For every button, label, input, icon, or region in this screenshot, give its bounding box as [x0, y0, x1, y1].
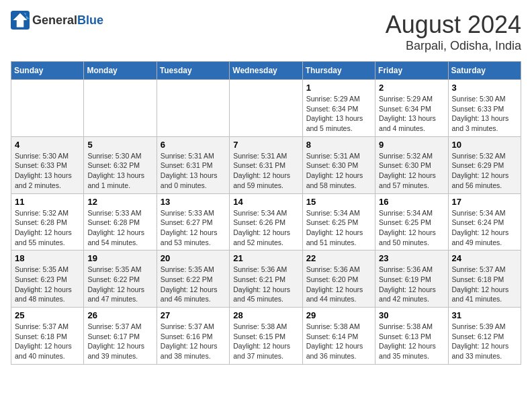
day-info: Sunrise: 5:38 AM Sunset: 6:13 PM Dayligh… — [379, 322, 444, 361]
day-info: Sunrise: 5:31 AM Sunset: 6:30 PM Dayligh… — [306, 151, 371, 191]
day-info: Sunrise: 5:32 AM Sunset: 6:30 PM Dayligh… — [379, 151, 444, 191]
day-info: Sunrise: 5:30 AM Sunset: 6:33 PM Dayligh… — [15, 151, 80, 191]
page-header: GeneralBlue August 2024 Barpali, Odisha,… — [11, 11, 521, 53]
day-cell: 14Sunrise: 5:34 AM Sunset: 6:26 PM Dayli… — [230, 193, 302, 250]
day-info: Sunrise: 5:36 AM Sunset: 6:19 PM Dayligh… — [379, 265, 444, 304]
day-info: Sunrise: 5:37 AM Sunset: 6:16 PM Dayligh… — [161, 322, 226, 361]
day-number: 17 — [452, 197, 517, 207]
day-cell: 4Sunrise: 5:30 AM Sunset: 6:33 PM Daylig… — [11, 136, 84, 193]
day-number: 16 — [379, 197, 444, 207]
day-number: 7 — [233, 140, 298, 150]
day-number: 23 — [379, 253, 444, 263]
calendar-title: August 2024 — [386, 11, 521, 39]
day-info: Sunrise: 5:36 AM Sunset: 6:21 PM Dayligh… — [233, 265, 298, 304]
day-cell: 18Sunrise: 5:35 AM Sunset: 6:23 PM Dayli… — [11, 250, 84, 308]
day-number: 10 — [452, 140, 517, 150]
day-info: Sunrise: 5:31 AM Sunset: 6:31 PM Dayligh… — [233, 151, 298, 191]
logo-text-general: General — [32, 13, 77, 27]
day-cell: 21Sunrise: 5:36 AM Sunset: 6:21 PM Dayli… — [230, 250, 302, 308]
day-number: 18 — [15, 253, 80, 263]
week-row-1: 4Sunrise: 5:30 AM Sunset: 6:33 PM Daylig… — [11, 136, 521, 193]
day-info: Sunrise: 5:32 AM Sunset: 6:28 PM Dayligh… — [15, 208, 80, 248]
day-number: 2 — [379, 83, 444, 93]
calendar-header: SundayMondayTuesdayWednesdayThursdayFrid… — [11, 62, 521, 80]
header-thursday: Thursday — [302, 62, 375, 80]
day-cell — [84, 80, 157, 137]
day-number: 22 — [306, 253, 371, 263]
day-info: Sunrise: 5:34 AM Sunset: 6:25 PM Dayligh… — [306, 208, 371, 248]
header-row: SundayMondayTuesdayWednesdayThursdayFrid… — [11, 62, 521, 80]
day-info: Sunrise: 5:29 AM Sunset: 6:34 PM Dayligh… — [379, 94, 444, 134]
day-number: 20 — [161, 253, 226, 263]
day-cell: 11Sunrise: 5:32 AM Sunset: 6:28 PM Dayli… — [11, 193, 84, 250]
day-number: 14 — [233, 197, 298, 207]
day-info: Sunrise: 5:34 AM Sunset: 6:25 PM Dayligh… — [379, 208, 444, 248]
day-info: Sunrise: 5:35 AM Sunset: 6:22 PM Dayligh… — [87, 265, 152, 304]
day-info: Sunrise: 5:30 AM Sunset: 6:33 PM Dayligh… — [452, 94, 517, 134]
day-cell: 17Sunrise: 5:34 AM Sunset: 6:24 PM Dayli… — [448, 193, 521, 250]
day-info: Sunrise: 5:34 AM Sunset: 6:24 PM Dayligh… — [452, 208, 517, 248]
day-info: Sunrise: 5:38 AM Sunset: 6:15 PM Dayligh… — [233, 322, 298, 361]
day-cell: 6Sunrise: 5:31 AM Sunset: 6:31 PM Daylig… — [157, 136, 229, 193]
week-row-0: 1Sunrise: 5:29 AM Sunset: 6:34 PM Daylig… — [11, 80, 521, 137]
day-cell: 29Sunrise: 5:38 AM Sunset: 6:14 PM Dayli… — [302, 308, 375, 365]
week-row-4: 25Sunrise: 5:37 AM Sunset: 6:18 PM Dayli… — [11, 308, 521, 365]
day-cell: 9Sunrise: 5:32 AM Sunset: 6:30 PM Daylig… — [375, 136, 448, 193]
day-cell: 16Sunrise: 5:34 AM Sunset: 6:25 PM Dayli… — [375, 193, 448, 250]
day-info: Sunrise: 5:31 AM Sunset: 6:31 PM Dayligh… — [161, 151, 226, 191]
calendar-body: 1Sunrise: 5:29 AM Sunset: 6:34 PM Daylig… — [11, 80, 521, 365]
day-info: Sunrise: 5:30 AM Sunset: 6:32 PM Dayligh… — [87, 151, 152, 191]
calendar-table: SundayMondayTuesdayWednesdayThursdayFrid… — [11, 61, 521, 365]
day-info: Sunrise: 5:38 AM Sunset: 6:14 PM Dayligh… — [306, 322, 371, 361]
day-info: Sunrise: 5:33 AM Sunset: 6:28 PM Dayligh… — [87, 208, 152, 248]
day-number: 19 — [87, 253, 152, 263]
logo: GeneralBlue — [11, 11, 103, 30]
day-number: 13 — [161, 197, 226, 207]
calendar-subtitle: Barpali, Odisha, India — [386, 39, 521, 53]
day-number: 25 — [15, 310, 80, 320]
day-cell: 13Sunrise: 5:33 AM Sunset: 6:27 PM Dayli… — [157, 193, 229, 250]
day-number: 28 — [233, 310, 298, 320]
day-number: 11 — [15, 197, 80, 207]
title-block: August 2024 Barpali, Odisha, India — [386, 11, 521, 53]
day-cell: 26Sunrise: 5:37 AM Sunset: 6:17 PM Dayli… — [84, 308, 157, 365]
day-number: 8 — [306, 140, 371, 150]
day-info: Sunrise: 5:35 AM Sunset: 6:23 PM Dayligh… — [15, 265, 80, 304]
day-cell — [230, 80, 302, 137]
day-cell: 24Sunrise: 5:37 AM Sunset: 6:18 PM Dayli… — [448, 250, 521, 308]
day-cell: 20Sunrise: 5:35 AM Sunset: 6:22 PM Dayli… — [157, 250, 229, 308]
day-number: 24 — [452, 253, 517, 263]
day-number: 27 — [161, 310, 226, 320]
day-cell: 8Sunrise: 5:31 AM Sunset: 6:30 PM Daylig… — [302, 136, 375, 193]
day-number: 26 — [87, 310, 152, 320]
day-cell: 15Sunrise: 5:34 AM Sunset: 6:25 PM Dayli… — [302, 193, 375, 250]
day-info: Sunrise: 5:36 AM Sunset: 6:20 PM Dayligh… — [306, 265, 371, 304]
day-cell: 5Sunrise: 5:30 AM Sunset: 6:32 PM Daylig… — [84, 136, 157, 193]
day-number: 12 — [87, 197, 152, 207]
day-cell: 1Sunrise: 5:29 AM Sunset: 6:34 PM Daylig… — [302, 80, 375, 137]
day-cell: 22Sunrise: 5:36 AM Sunset: 6:20 PM Dayli… — [302, 250, 375, 308]
day-info: Sunrise: 5:34 AM Sunset: 6:26 PM Dayligh… — [233, 208, 298, 248]
day-info: Sunrise: 5:33 AM Sunset: 6:27 PM Dayligh… — [161, 208, 226, 248]
week-row-2: 11Sunrise: 5:32 AM Sunset: 6:28 PM Dayli… — [11, 193, 521, 250]
day-number: 15 — [306, 197, 371, 207]
day-cell: 12Sunrise: 5:33 AM Sunset: 6:28 PM Dayli… — [84, 193, 157, 250]
day-cell: 27Sunrise: 5:37 AM Sunset: 6:16 PM Dayli… — [157, 308, 229, 365]
day-cell: 2Sunrise: 5:29 AM Sunset: 6:34 PM Daylig… — [375, 80, 448, 137]
day-number: 5 — [87, 140, 152, 150]
day-cell: 3Sunrise: 5:30 AM Sunset: 6:33 PM Daylig… — [448, 80, 521, 137]
day-cell — [157, 80, 229, 137]
day-info: Sunrise: 5:32 AM Sunset: 6:29 PM Dayligh… — [452, 151, 517, 191]
day-cell: 28Sunrise: 5:38 AM Sunset: 6:15 PM Dayli… — [230, 308, 302, 365]
day-cell: 30Sunrise: 5:38 AM Sunset: 6:13 PM Dayli… — [375, 308, 448, 365]
day-number: 29 — [306, 310, 371, 320]
day-number: 9 — [379, 140, 444, 150]
day-number: 6 — [161, 140, 226, 150]
header-tuesday: Tuesday — [157, 62, 229, 80]
logo-text-blue: Blue — [77, 13, 103, 27]
day-cell: 10Sunrise: 5:32 AM Sunset: 6:29 PM Dayli… — [448, 136, 521, 193]
day-number: 1 — [306, 83, 371, 93]
day-cell: 31Sunrise: 5:39 AM Sunset: 6:12 PM Dayli… — [448, 308, 521, 365]
day-cell: 19Sunrise: 5:35 AM Sunset: 6:22 PM Dayli… — [84, 250, 157, 308]
week-row-3: 18Sunrise: 5:35 AM Sunset: 6:23 PM Dayli… — [11, 250, 521, 308]
